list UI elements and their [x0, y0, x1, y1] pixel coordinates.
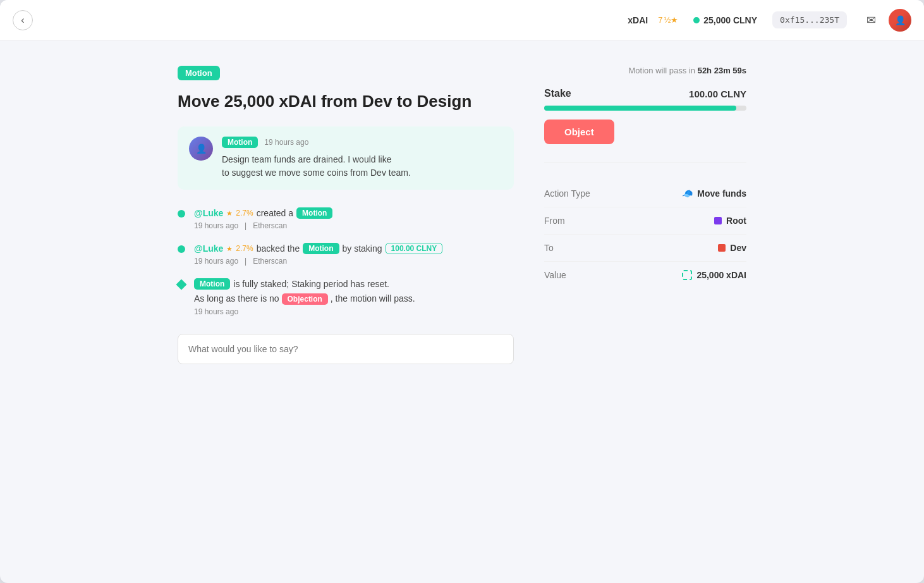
motion-badge-top: Motion — [178, 66, 220, 80]
activity-dot-3 — [176, 279, 187, 290]
activity-user-1: @Luke — [194, 208, 223, 218]
stake-section: Stake 100.00 CLNY Object — [544, 88, 746, 144]
value-text: 25,000 xDAI — [696, 270, 746, 280]
commenter-avatar: 👤 — [189, 137, 213, 161]
objection-badge: Objection — [282, 293, 328, 305]
value-row: Value 25,000 xDAI — [544, 262, 746, 288]
activity-action-2b: by staking — [343, 243, 382, 254]
activity-etherscan-1[interactable]: Etherscan — [253, 221, 287, 230]
activity-tag-2: Motion — [303, 243, 339, 254]
value-amount: 25,000 xDAI — [682, 270, 746, 280]
chat-input[interactable] — [188, 344, 503, 354]
activity-line-2: @Luke ★ 2.7% backed the Motion by stakin… — [194, 243, 514, 254]
activity-dot-1 — [178, 210, 185, 218]
left-panel: Motion Move 25,000 xDAI from Dev to Desi… — [178, 66, 514, 558]
activity-action-1: created a — [257, 208, 293, 218]
activity-pct-1: 2.7% — [236, 209, 253, 218]
activity-action-2a: backed the — [257, 243, 300, 254]
xdai-icon — [682, 270, 692, 280]
action-type-text: Move funds — [697, 188, 746, 199]
comment-line2: to suggest we move some coins from Dev t… — [222, 168, 411, 178]
activity-sep-2: | — [245, 257, 246, 266]
activity-time-1: 19 hours ago — [194, 221, 238, 230]
header-balance: 25,000 CLNY — [693, 15, 757, 25]
activity-dot-2 — [178, 245, 185, 253]
from-value: Root — [714, 216, 746, 226]
activity-time-3: 19 hours ago — [194, 307, 238, 316]
from-row: From Root — [544, 207, 746, 235]
motion-timer: Motion will pass in 52h 23m 59s — [544, 66, 746, 75]
activity-staking-desc: As long as there is no Objection , the m… — [194, 293, 514, 304]
activity-clny-2: 100.00 CLNY — [386, 243, 443, 254]
action-type-value: 🧢 Move funds — [682, 188, 746, 199]
to-row: To Dev — [544, 235, 746, 262]
stake-bar-fill — [544, 106, 736, 111]
stake-value: 100.00 CLNY — [689, 89, 746, 99]
comment-motion-badge: Motion — [222, 137, 258, 148]
network-label: xDAI — [628, 15, 648, 25]
stake-header: Stake 100.00 CLNY — [544, 88, 746, 99]
stake-label: Stake — [544, 88, 571, 99]
wallet-address[interactable]: 0xf15...235T — [772, 11, 847, 28]
avatar-image: 👤 — [895, 15, 906, 25]
activity-item-2: @Luke ★ 2.7% backed the Motion by stakin… — [178, 243, 514, 266]
move-funds-icon: 🧢 — [682, 188, 693, 199]
mail-button[interactable]: ✉ — [861, 10, 881, 30]
balance-dot — [693, 17, 700, 23]
right-panel: Motion will pass in 52h 23m 59s Stake 10… — [544, 66, 746, 558]
activity-sep-1: | — [245, 221, 246, 230]
from-label: From — [544, 216, 565, 226]
activity-body-3: Motion is fully staked; Staking period h… — [194, 278, 514, 316]
to-dot — [718, 244, 726, 252]
avatar[interactable]: 👤 — [889, 9, 911, 32]
activity-star-1: ★ — [226, 209, 233, 218]
activity-sub-3: 19 hours ago — [194, 307, 514, 316]
activity-line-1: @Luke ★ 2.7% created a Motion — [194, 207, 514, 219]
content-wrap: Motion Move 25,000 xDAI from Dev to Desi… — [178, 66, 746, 558]
star-symbol: ½★ — [664, 15, 678, 25]
object-button[interactable]: Object — [544, 120, 614, 144]
activity-item: @Luke ★ 2.7% created a Motion 19 hours a… — [178, 207, 514, 230]
chat-input-wrap[interactable] — [178, 334, 514, 364]
activity-tag-1: Motion — [296, 207, 332, 219]
from-text: Root — [726, 216, 746, 226]
action-type-row: Action Type 🧢 Move funds — [544, 180, 746, 207]
activity-star-2: ★ — [226, 245, 233, 253]
from-dot — [714, 217, 722, 224]
activity-body-2: @Luke ★ 2.7% backed the Motion by stakin… — [194, 243, 514, 266]
activity-sub-1: 19 hours ago | Etherscan — [194, 221, 514, 230]
activity-user-2: @Luke — [194, 243, 223, 254]
header-stars: 7 ½★ — [658, 15, 678, 25]
desc-prefix: As long as there is no — [194, 293, 282, 304]
to-value: Dev — [718, 243, 746, 253]
action-section: Action Type 🧢 Move funds From Root — [544, 180, 746, 288]
comment-body: Motion 19 hours ago Design team funds ar… — [222, 137, 411, 180]
activity-etherscan-2[interactable]: Etherscan — [253, 257, 287, 266]
activity-time-2: 19 hours ago — [194, 257, 238, 266]
activity-staking-line: Motion is fully staked; Staking period h… — [194, 278, 514, 290]
comment-time: 19 hours ago — [264, 138, 308, 147]
balance-amount: 25,000 CLNY — [703, 15, 757, 25]
comment-line1: Design team funds are drained. I would l… — [222, 154, 391, 164]
back-button[interactable]: ‹ — [13, 10, 33, 30]
divider — [544, 162, 746, 163]
activity-staking-text: is fully staked; Staking period has rese… — [233, 279, 389, 289]
comment-meta: Motion 19 hours ago — [222, 137, 411, 148]
app-window: ‹ xDAI 7 ½★ 25,000 CLNY 0xf15...235T ✉ 👤… — [0, 0, 924, 583]
activity-body-1: @Luke ★ 2.7% created a Motion 19 hours a… — [194, 207, 514, 230]
motion-title: Move 25,000 xDAI from Dev to Design — [178, 92, 514, 111]
activity-list: @Luke ★ 2.7% created a Motion 19 hours a… — [178, 207, 514, 316]
header: ‹ xDAI 7 ½★ 25,000 CLNY 0xf15...235T ✉ 👤 — [0, 0, 924, 40]
activity-sub-2: 19 hours ago | Etherscan — [194, 257, 514, 266]
to-text: Dev — [730, 243, 746, 253]
star-icon: 7 — [658, 15, 662, 25]
timer-prefix: Motion will pass in — [629, 66, 696, 75]
stake-bar-bg — [544, 106, 746, 111]
back-icon: ‹ — [21, 15, 24, 26]
action-type-label: Action Type — [544, 188, 590, 199]
activity-tag-3: Motion — [194, 278, 230, 290]
value-label: Value — [544, 270, 566, 280]
to-label: To — [544, 243, 554, 253]
activity-pct-2: 2.7% — [236, 244, 253, 253]
main-content: Motion Move 25,000 xDAI from Dev to Desi… — [0, 40, 924, 583]
